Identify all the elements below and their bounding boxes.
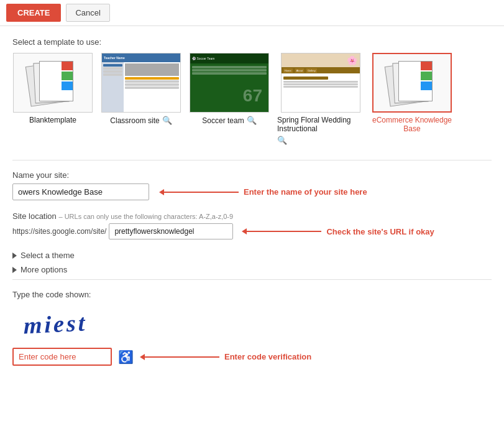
arrow-line-location — [247, 231, 321, 232]
template-thumb-soccer: ⚽ Soccer Team 67 — [190, 53, 269, 113]
ecom-tab-green — [421, 72, 432, 80]
more-options-label: More options — [21, 265, 67, 274]
template-floral[interactable]: 🌸 Home About Gallery — [277, 53, 364, 145]
top-bar: CREATE Cancel — [0, 0, 504, 26]
captcha-svg: miest — [19, 304, 118, 341]
ecom-tab-red — [421, 62, 432, 70]
name-section: Name your site: Enter the name of your s… — [12, 170, 492, 200]
template-thumb-floral: 🌸 Home About Gallery — [281, 53, 360, 113]
soccer-header: ⚽ Soccer Team — [190, 53, 268, 63]
triangle-options-icon — [12, 267, 17, 273]
arrow-head-captcha — [140, 354, 145, 360]
soccer-header-text: ⚽ Soccer Team — [192, 57, 214, 60]
triangle-theme-icon — [12, 253, 17, 259]
captcha-annotation-text: Enter code verification — [224, 352, 311, 361]
classroom-body — [102, 62, 180, 112]
divider-2 — [12, 279, 492, 280]
captcha-arrow — [140, 354, 219, 360]
arrow-head-name — [159, 189, 164, 195]
name-arrow — [159, 189, 239, 195]
location-row: https://sites.google.com/site/ Check the… — [12, 223, 492, 239]
location-arrow — [242, 228, 321, 234]
location-annotation: Check the site's URL if okay — [242, 227, 434, 236]
templates-row: Blanktemplate Teacher Name — [12, 53, 492, 145]
location-input[interactable] — [109, 223, 233, 239]
search-icon-floral[interactable]: 🔍 — [277, 136, 287, 145]
captcha-input[interactable] — [12, 348, 112, 366]
template-section-label: Select a template to use: — [12, 37, 492, 47]
template-label-floral: Spring Floral Wedding Instructional 🔍 — [277, 116, 364, 145]
book-page-3 — [39, 61, 73, 101]
divider-1 — [12, 160, 492, 160]
template-thumb-classroom: Teacher Name — [101, 53, 181, 113]
captcha-image: miest — [12, 304, 492, 341]
classroom-main — [124, 62, 180, 112]
search-icon-classroom[interactable]: 🔍 — [162, 116, 172, 125]
soccer-content — [190, 63, 268, 77]
cancel-button[interactable]: Cancel — [66, 4, 109, 22]
create-button[interactable]: CREATE — [6, 4, 61, 22]
captcha-annotation: Enter code verification — [140, 352, 311, 361]
location-section: Site location – URLs can only use the fo… — [12, 211, 492, 239]
captcha-text: miest — [24, 309, 87, 338]
arrow-line-name — [164, 192, 239, 193]
soccer-number: 67 — [243, 86, 262, 106]
ecom-book-page-3 — [398, 61, 433, 101]
floral-header: 🌸 — [282, 53, 360, 67]
classroom-header: Teacher Name — [102, 53, 180, 62]
captcha-label: Type the code shown: — [12, 290, 492, 299]
template-soccer[interactable]: ⚽ Soccer Team 67 Soccer team 🔍 — [189, 53, 270, 125]
classroom-mock: Teacher Name — [102, 53, 180, 112]
tab-blue — [62, 81, 73, 90]
soccer-mock: ⚽ Soccer Team 67 — [190, 53, 268, 112]
ecom-tab-blue — [421, 81, 432, 90]
template-section: Select a template to use: — [12, 37, 492, 145]
theme-label: Select a theme — [21, 251, 75, 260]
site-name-row: Enter the name of your site here — [12, 183, 492, 200]
floral-nav: Home About Gallery — [282, 67, 360, 73]
location-annotation-text: Check the site's URL if okay — [326, 227, 434, 236]
floral-mock: 🌸 Home About Gallery — [282, 53, 360, 112]
name-annotation: Enter the name of your site here — [159, 187, 367, 197]
captcha-section: Type the code shown: miest ♿ Enter code … — [12, 290, 492, 366]
location-note: – URLs can only use the following charac… — [58, 213, 233, 220]
name-field-label: Name your site: — [12, 170, 492, 180]
classroom-header-text: Teacher Name — [104, 56, 125, 60]
captcha-input-row: ♿ Enter code verification — [12, 348, 492, 366]
site-name-input[interactable] — [12, 183, 149, 200]
floral-flower-icon: 🌸 — [347, 55, 357, 65]
ecommerce-icon — [387, 61, 437, 104]
theme-collapsible[interactable]: Select a theme — [12, 251, 492, 260]
classroom-sidebar — [102, 62, 124, 112]
tab-green — [62, 72, 73, 80]
template-label-blank: Blanktemplate — [29, 116, 76, 124]
floral-body — [282, 73, 360, 90]
main-content: Select a template to use: — [0, 26, 504, 377]
name-annotation-text: Enter the name of your site here — [244, 187, 367, 197]
template-label-soccer: Soccer team 🔍 — [202, 116, 256, 125]
template-classroom[interactable]: Teacher Name — [101, 53, 181, 125]
tab-red — [62, 62, 73, 70]
template-thumb-ecommerce — [372, 53, 452, 113]
search-icon-soccer[interactable]: 🔍 — [247, 116, 257, 125]
location-label: Site location — [12, 211, 57, 221]
template-label-ecommerce: eCommerce Knowledge Base — [372, 116, 452, 133]
template-thumb-blank — [13, 53, 93, 113]
location-label-row: Site location – URLs can only use the fo… — [12, 211, 492, 221]
accessibility-icon[interactable]: ♿ — [118, 350, 134, 364]
location-prefix: https://sites.google.com/site/ — [12, 227, 106, 236]
arrow-line-captcha — [145, 356, 219, 358]
arrow-head-location — [242, 228, 247, 234]
template-blank[interactable]: Blanktemplate — [12, 53, 93, 124]
template-ecommerce[interactable]: eCommerce Knowledge Base — [372, 53, 452, 133]
template-label-classroom: Classroom site 🔍 — [110, 116, 172, 125]
blank-icon — [28, 61, 78, 104]
more-options-collapsible[interactable]: More options — [12, 265, 492, 274]
